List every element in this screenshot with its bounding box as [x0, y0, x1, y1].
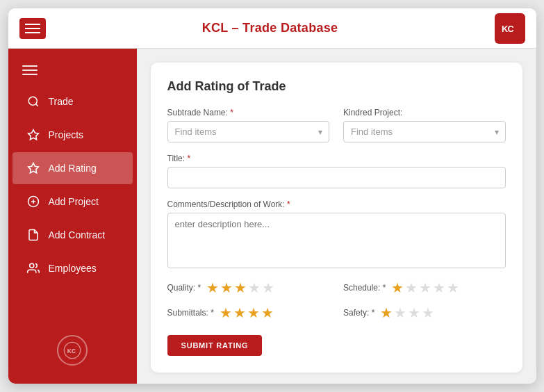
sidebar-item-add-project[interactable]: Add Project: [13, 186, 133, 218]
sidebar-hamburger[interactable]: [8, 56, 137, 81]
safety-rating-group: Safety: * ★ ★ ★ ★: [343, 304, 506, 321]
submittals-rating-group: Submittals: * ★ ★ ★ ★: [167, 304, 330, 321]
kindred-group: Kindred Project: Find items ▾: [343, 108, 506, 142]
subtrade-label: Subtrade Name: *: [167, 108, 330, 117]
ratings-row-2: Submittals: * ★ ★ ★ ★ Safety:: [167, 304, 506, 321]
subtrade-select[interactable]: Find items: [167, 121, 330, 142]
ratings-row-1: Quality: * ★ ★ ★ ★ ★ Schedu: [167, 279, 506, 296]
safety-star-1[interactable]: ★: [380, 304, 393, 321]
quality-rating-group: Quality: * ★ ★ ★ ★ ★: [167, 279, 330, 296]
schedule-star-3[interactable]: ★: [419, 279, 431, 296]
svg-marker-5: [28, 163, 38, 173]
schedule-star-1[interactable]: ★: [391, 279, 404, 296]
schedule-stars[interactable]: ★ ★ ★ ★ ★: [391, 279, 459, 296]
app-logo: KC: [495, 13, 525, 44]
kindred-select-wrapper: Find items ▾: [343, 121, 506, 142]
submittals-star-2[interactable]: ★: [233, 304, 246, 321]
svg-marker-4: [28, 130, 38, 140]
quality-star-1[interactable]: ★: [206, 279, 219, 296]
quality-label: Quality: *: [167, 283, 201, 293]
comments-group: Comments/Description of Work: *: [167, 199, 506, 268]
projects-icon: [26, 128, 40, 142]
form-row-title: Title: *: [167, 154, 506, 188]
comments-textarea[interactable]: [167, 213, 506, 268]
sidebar-item-add-rating[interactable]: Add Rating: [13, 152, 133, 184]
form-row-comments: Comments/Description of Work: *: [167, 199, 506, 268]
sidebar-item-trade[interactable]: Trade: [13, 85, 133, 117]
sidebar: Trade Projects Add Rating: [8, 49, 137, 384]
body: Trade Projects Add Rating: [8, 49, 536, 384]
title-group: Title: *: [167, 154, 506, 188]
menu-icon[interactable]: [19, 18, 46, 39]
schedule-star-4[interactable]: ★: [433, 279, 445, 296]
subtrade-group: Subtrade Name: * Find items ▾: [167, 108, 330, 142]
sidebar-item-projects[interactable]: Projects: [13, 119, 133, 151]
title-label: Title: *: [167, 154, 506, 163]
submittals-label: Submittals: *: [167, 308, 214, 318]
app-title: KCL – Trade Database: [202, 21, 338, 35]
quality-star-4[interactable]: ★: [248, 279, 261, 296]
sidebar-logo-icon: KC: [57, 335, 88, 366]
submit-button[interactable]: SUBMIT RATING: [167, 335, 263, 356]
submittals-star-1[interactable]: ★: [220, 304, 232, 321]
trade-icon: [26, 95, 40, 108]
schedule-star-5[interactable]: ★: [447, 279, 459, 296]
safety-star-4[interactable]: ★: [422, 304, 434, 321]
subtrade-select-wrapper: Find items ▾: [167, 121, 330, 142]
safety-stars[interactable]: ★ ★ ★ ★: [380, 304, 434, 321]
form-card: Add Rating of Trade Subtrade Name: * Fin…: [151, 63, 522, 373]
quality-star-5[interactable]: ★: [262, 279, 274, 296]
quality-star-3[interactable]: ★: [234, 279, 247, 296]
submittals-star-4[interactable]: ★: [261, 304, 274, 321]
submittals-star-3[interactable]: ★: [247, 304, 260, 321]
form-row-1: Subtrade Name: * Find items ▾ Kindred Pr…: [167, 108, 506, 142]
safety-star-3[interactable]: ★: [408, 304, 420, 321]
svg-point-2: [28, 97, 37, 105]
svg-text:KC: KC: [502, 23, 513, 33]
add-contract-icon: [26, 228, 40, 242]
main-content: Add Rating of Trade Subtrade Name: * Fin…: [137, 49, 536, 384]
kindred-select[interactable]: Find items: [343, 121, 506, 142]
schedule-rating-group: Schedule: * ★ ★ ★ ★ ★: [343, 279, 506, 296]
schedule-star-2[interactable]: ★: [405, 279, 418, 296]
title-input[interactable]: [167, 167, 506, 188]
svg-line-3: [35, 104, 38, 106]
safety-label: Safety: *: [343, 308, 374, 318]
submittals-stars[interactable]: ★ ★ ★ ★: [220, 304, 274, 321]
schedule-label: Schedule: *: [343, 283, 386, 293]
form-title: Add Rating of Trade: [167, 79, 506, 94]
employees-icon: [26, 261, 40, 275]
header: KCL – Trade Database KC: [8, 8, 536, 49]
svg-text:KC: KC: [67, 348, 76, 354]
sidebar-bottom: KC: [8, 324, 137, 377]
quality-stars[interactable]: ★ ★ ★ ★ ★: [206, 279, 274, 296]
comments-label: Comments/Description of Work: *: [167, 199, 506, 209]
add-rating-icon: [26, 161, 40, 175]
sidebar-item-employees[interactable]: Employees: [13, 252, 133, 284]
safety-star-2[interactable]: ★: [394, 304, 406, 321]
quality-star-2[interactable]: ★: [220, 279, 233, 296]
svg-point-9: [29, 263, 33, 268]
sidebar-item-add-contract[interactable]: Add Contract: [13, 219, 133, 251]
add-project-icon: [26, 195, 40, 209]
kindred-label: Kindred Project:: [343, 108, 506, 117]
